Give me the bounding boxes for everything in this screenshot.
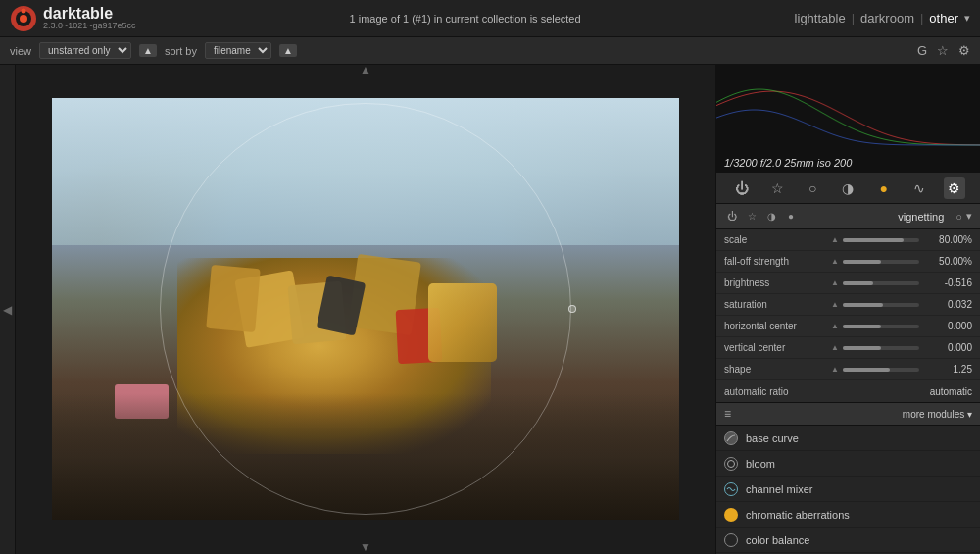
color-balance-icon	[724, 533, 738, 547]
module-item-channel-mixer[interactable]: channel mixer	[716, 477, 980, 502]
histogram-canvas	[716, 65, 980, 148]
arrow-up-btn[interactable]: ▲	[139, 44, 157, 57]
falloff-label: fall-off strength	[724, 256, 827, 267]
module-item-color-balance[interactable]: color balance	[716, 528, 980, 553]
falloff-slider[interactable]	[843, 260, 919, 264]
histogram: 1/3200 f/2.0 25mm iso 200	[716, 65, 980, 173]
app-title: darktable	[43, 6, 136, 22]
brightness-slider-row: brightness ▲ -0.516	[716, 273, 980, 294]
logo-area: darktable 2.3.0~1021~ga917e5cc	[10, 5, 136, 32]
module-circle-icon[interactable]: ○	[802, 177, 823, 199]
center-panel: ▲	[16, 65, 715, 554]
bloom-label: bloom	[746, 458, 775, 470]
scale-slider-row: scale ▲ 80.00%	[716, 229, 980, 251]
vcenter-slider-row: vertical center ▲ 0.000	[716, 337, 980, 359]
module-half-circle-icon[interactable]: ◑	[837, 177, 858, 199]
brightness-value: -0.516	[923, 277, 972, 288]
hamburger-icon[interactable]: ≡	[724, 407, 731, 421]
bloom-icon	[724, 457, 738, 471]
more-modules-bar: ≡ more modules ▾	[716, 402, 980, 426]
module-on-icon[interactable]: ⏻	[724, 209, 740, 225]
module-star-icon[interactable]: ☆	[766, 177, 788, 199]
channel-mixer-icon	[724, 482, 738, 496]
left-panel-arrow-icon: ◀	[3, 303, 12, 317]
channel-mixer-label: channel mixer	[746, 483, 812, 495]
arrow-up-btn2[interactable]: ▲	[279, 44, 297, 57]
top-bar: darktable 2.3.0~1021~ga917e5cc 1 image o…	[0, 0, 980, 37]
module-color2-icon[interactable]: ●	[783, 209, 799, 225]
settings-icon[interactable]: ⚙	[958, 43, 970, 58]
saturation-slider-row: saturation ▲ 0.032	[716, 294, 980, 316]
filter-select[interactable]: unstarred only all starred	[39, 42, 131, 59]
scale-value: 80.00%	[923, 234, 972, 245]
hcenter-arrow[interactable]: ▲	[831, 322, 839, 330]
saturation-label: saturation	[724, 299, 827, 310]
auto-ratio-value: automatic	[930, 386, 972, 397]
sliders-panel: scale ▲ 80.00% fall-off strength ▲ 50.00…	[716, 229, 980, 402]
module-circle-toggle[interactable]: ○	[956, 211, 962, 223]
photo-container	[52, 98, 679, 520]
photo-image	[52, 98, 679, 520]
vcenter-value: 0.000	[923, 342, 972, 353]
vcenter-label: vertical center	[724, 342, 827, 353]
base-curve-icon	[724, 431, 738, 445]
darktable-logo-icon	[10, 5, 37, 32]
app-version: 2.3.0~1021~ga917e5cc	[43, 22, 136, 30]
module-color-icon[interactable]: ●	[873, 177, 895, 199]
falloff-slider-row: fall-off strength ▲ 50.00%	[716, 251, 980, 273]
vcenter-arrow[interactable]: ▲	[831, 343, 839, 352]
nav-links: lighttable | darkroom | other ▾	[795, 11, 970, 25]
brightness-slider[interactable]	[843, 281, 919, 285]
active-module-bar: ⏻ ☆ ◑ ● vignetting ○ ▾	[716, 204, 980, 229]
saturation-value: 0.032	[923, 299, 972, 310]
module-fav-icon[interactable]: ☆	[744, 209, 760, 225]
nav-other[interactable]: other	[929, 11, 958, 25]
shape-value: 1.25	[923, 364, 972, 375]
module-item-chromatic-aberrations[interactable]: chromatic aberrations	[716, 502, 980, 528]
star-btn-icon[interactable]: ☆	[937, 43, 949, 58]
left-panel-toggle[interactable]: ◀	[0, 65, 16, 554]
auto-ratio-row: automatic ratio automatic	[716, 380, 980, 402]
collection-info: 1 image of 1 (#1) in current collection …	[136, 13, 795, 25]
color-balance-label: color balance	[746, 534, 809, 546]
saturation-arrow[interactable]: ▲	[831, 300, 839, 309]
hcenter-slider[interactable]	[843, 325, 919, 328]
nav-darkroom[interactable]: darkroom	[860, 11, 914, 25]
chromatic-aberrations-label: chromatic aberrations	[746, 509, 850, 521]
top-scroll-arrow[interactable]: ▲	[351, 65, 380, 75]
svg-point-2	[20, 15, 27, 23]
module-blend-icon[interactable]: ◑	[763, 209, 779, 225]
module-gear-icon[interactable]: ⚙	[944, 177, 965, 199]
view-label: view	[10, 45, 31, 57]
g-icon[interactable]: G	[917, 43, 927, 58]
vcenter-slider[interactable]	[843, 346, 919, 350]
image-area	[16, 75, 715, 542]
right-panel: 1/3200 f/2.0 25mm iso 200 ⏻ ☆ ○ ◑ ● ∿ ⚙ …	[715, 65, 980, 554]
sort-select[interactable]: filename date rating	[205, 42, 271, 59]
bottom-scroll-arrow[interactable]: ▼	[351, 542, 380, 552]
hcenter-slider-row: horizontal center ▲ 0.000	[716, 316, 980, 337]
module-expand-icon[interactable]: ▾	[966, 210, 972, 223]
falloff-arrow[interactable]: ▲	[831, 257, 839, 266]
nav-lighttable[interactable]: lighttable	[795, 11, 846, 25]
saturation-slider[interactable]	[843, 303, 919, 307]
photo-scene	[52, 98, 679, 520]
second-bar-right: G ☆ ⚙	[917, 43, 970, 58]
base-curve-label: base curve	[746, 432, 799, 444]
module-item-base-curve[interactable]: base curve	[716, 426, 980, 451]
active-module-icons: ⏻ ☆ ◑ ●	[724, 209, 799, 225]
hcenter-label: horizontal center	[724, 321, 827, 331]
module-wave-icon[interactable]: ∿	[908, 177, 930, 199]
shape-arrow[interactable]: ▲	[831, 365, 839, 374]
scale-slider[interactable]	[843, 238, 919, 242]
module-power-icon[interactable]: ⏻	[731, 177, 753, 199]
more-modules-button[interactable]: more modules ▾	[903, 409, 972, 420]
brightness-arrow[interactable]: ▲	[831, 278, 839, 287]
module-item-bloom[interactable]: bloom	[716, 451, 980, 477]
scale-arrow[interactable]: ▲	[831, 235, 839, 244]
active-module-toggle: ○ ▾	[956, 210, 972, 223]
nav-dropdown-icon[interactable]: ▾	[964, 12, 970, 25]
sortby-label: sort by	[165, 45, 197, 57]
nav-sep2: |	[920, 11, 923, 25]
shape-slider[interactable]	[843, 368, 919, 372]
